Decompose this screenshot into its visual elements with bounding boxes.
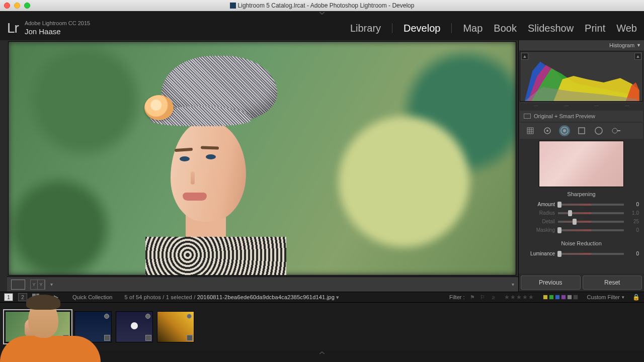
window-title-text: Lightroom 5 Catalog.lrcat - Adobe Photos… (238, 2, 415, 9)
sharpening-row-detail: Detail25 (524, 217, 639, 226)
svg-point-16 (595, 127, 602, 134)
sharpening-slider-detail[interactable] (558, 221, 624, 223)
identity-plate-bar: Lr Adobe Lightroom CC 2015 Jon Haase Lib… (0, 16, 644, 40)
right-panel-group: Histogram ▼ ▲ ▲ ———— Original + Smart Pr… (518, 40, 644, 292)
sharpening-section: Sharpening Amount0Radius1.0Detail25Maski… (524, 191, 639, 234)
histogram-label: Histogram (609, 42, 634, 48)
redeye-tool[interactable] (559, 125, 570, 136)
view-mode-dropdown[interactable]: ▾ (50, 282, 53, 287)
filmstrip-thumbnail-1[interactable] (5, 311, 70, 342)
sharpening-value-detail: 25 (627, 219, 639, 224)
noise-row-luminance: Luminance0 (524, 249, 639, 258)
module-library[interactable]: Library (350, 23, 381, 34)
sharpening-label-detail: Detail (524, 219, 555, 224)
primary-display-button[interactable]: 1 (4, 293, 13, 301)
custom-filter-dropdown[interactable]: Custom Filter ▾ (587, 294, 624, 300)
highlight-clipping-indicator[interactable]: ▲ (634, 53, 641, 60)
reset-button[interactable]: Reset (583, 276, 642, 290)
filmstrip-thumbnail-2[interactable] (74, 311, 112, 342)
sharpening-slider-radius[interactable] (558, 212, 624, 214)
filmstrip[interactable] (0, 303, 644, 351)
preview-type-row: Original + Smart Preview (520, 111, 643, 122)
local-adjustment-toolstrip (520, 123, 643, 139)
color-label-filter-1[interactable] (549, 295, 554, 300)
svg-rect-6 (527, 128, 533, 134)
left-panel-collapsed[interactable] (0, 40, 7, 292)
noise-reduction-section: Noise Reduction Luminance0 (524, 240, 639, 258)
identity-name: Jon Haase (25, 27, 90, 36)
filmstrip-collapse-handle[interactable] (0, 351, 644, 356)
photo-subject (120, 56, 344, 276)
color-label-filter-4[interactable] (567, 295, 572, 300)
source-dropdown-icon[interactable]: ▾ (336, 294, 339, 300)
filter-label: Filter : (449, 294, 465, 300)
sharpening-row-masking: Masking0 (524, 226, 639, 234)
previous-button[interactable]: Previous (521, 276, 581, 290)
toolbar-options-dropdown[interactable]: ▾ (512, 282, 514, 287)
filmstrip-header-bar: 1 2 ◀ ▶ Quick Collection 5 of 54 photos … (0, 292, 644, 303)
radial-filter-tool[interactable] (593, 125, 604, 136)
module-slideshow[interactable]: Slideshow (528, 23, 574, 34)
current-filename: 20160811-2bea6ede60da9dcba4ca2385c961d14… (197, 294, 335, 300)
chevron-down-icon: ▾ (622, 295, 624, 300)
filter-comparator[interactable]: ≥ (492, 294, 495, 300)
loupe-view-button[interactable] (11, 280, 25, 290)
color-label-filter-2[interactable] (555, 295, 560, 300)
noise-label-luminance: Luminance (524, 251, 555, 256)
top-panel-collapse-handle[interactable] (0, 11, 644, 16)
flag-filter-picked[interactable]: ⚑ (470, 294, 475, 301)
svg-point-12 (546, 130, 548, 132)
crop-tool[interactable] (525, 125, 536, 136)
detail-zoom-preview[interactable] (539, 141, 624, 187)
filter-lock-icon[interactable]: 🔒 (632, 294, 640, 301)
sharpening-slider-amount[interactable] (558, 204, 624, 206)
filmstrip-thumbnail-4[interactable] (157, 311, 194, 342)
sharpening-slider-masking[interactable] (558, 229, 624, 231)
module-book[interactable]: Book (494, 23, 517, 34)
module-separator (451, 23, 452, 33)
sharpening-label-amount: Amount (524, 202, 555, 207)
preview-type-label: Original + Smart Preview (534, 113, 595, 119)
before-after-view-button[interactable]: YY (30, 280, 45, 290)
rating-filter[interactable]: ★★★★★ (504, 294, 534, 301)
module-web[interactable]: Web (616, 23, 637, 34)
sharpening-label-masking: Masking (524, 227, 555, 233)
spot-removal-tool[interactable] (542, 125, 553, 136)
nav-back-button[interactable]: ◀ (44, 294, 49, 301)
filmstrip-thumbnail-3[interactable] (116, 311, 153, 342)
photo-counts: 5 of 54 photos / 1 selected / 20160811-2… (124, 294, 339, 301)
develop-action-buttons: Previous Reset (519, 274, 644, 292)
main-image-preview[interactable] (7, 40, 518, 277)
module-picker: LibraryDevelopMapBookSlideshowPrintWeb (350, 23, 637, 34)
sharpening-value-radius: 1.0 (627, 210, 639, 216)
noise-slider-luminance[interactable] (558, 253, 624, 255)
nav-forward-button[interactable]: ▶ (54, 294, 58, 301)
panel-collapse-icon: ▼ (636, 43, 641, 48)
flag-filter-rejected[interactable]: ⚐ (480, 294, 485, 301)
histogram-display[interactable]: ▲ ▲ (520, 51, 643, 102)
lightroom-doc-icon (230, 3, 236, 9)
custom-filter-label: Custom Filter (587, 294, 620, 300)
color-label-filter-0[interactable] (543, 295, 548, 300)
grid-view-shortcut[interactable] (32, 294, 39, 301)
svg-point-17 (612, 128, 617, 133)
color-label-filter-5[interactable] (573, 295, 578, 300)
adjustment-brush-tool[interactable] (610, 125, 621, 136)
sharpening-value-masking: 0 (627, 227, 639, 233)
module-map[interactable]: Map (463, 23, 482, 34)
histogram-svg (520, 52, 642, 101)
graduated-filter-tool[interactable] (576, 125, 587, 136)
lightroom-logo: Lr (7, 20, 19, 36)
color-label-filter-3[interactable] (561, 295, 566, 300)
histogram-panel-header[interactable]: Histogram ▼ (519, 40, 644, 50)
shadow-clipping-indicator[interactable]: ▲ (521, 53, 528, 60)
noise-value-luminance: 0 (627, 251, 639, 256)
filmstrip-source-label[interactable]: Quick Collection (72, 294, 112, 300)
module-develop[interactable]: Develop (404, 23, 440, 34)
histogram-info-row: ———— (521, 103, 642, 109)
secondary-display-button[interactable]: 2 (18, 293, 27, 301)
module-print[interactable]: Print (585, 23, 605, 34)
svg-point-14 (563, 129, 566, 132)
app-name-label: Adobe Lightroom CC 2015 (25, 20, 90, 27)
color-label-filter (543, 295, 578, 300)
